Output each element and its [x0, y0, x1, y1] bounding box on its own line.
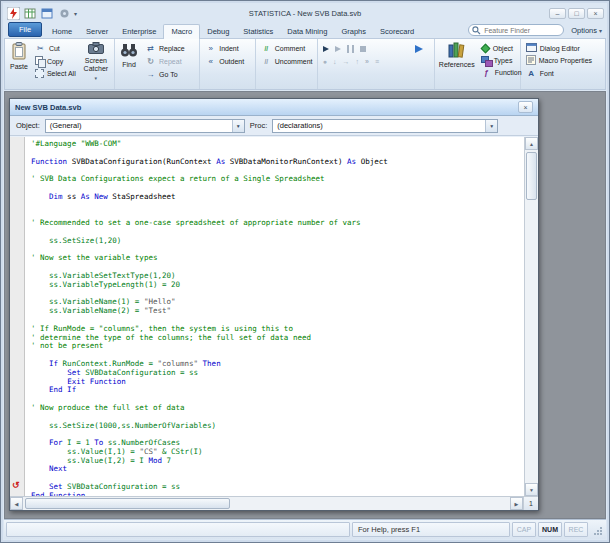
properties-buttons: Dialog Editor Macro Properties A Font: [524, 41, 594, 78]
scroll-left-button[interactable]: ◀: [10, 497, 23, 510]
code-line: ' not be present: [31, 342, 524, 351]
find-replace-small-buttons: ⇄ Replace ↻ Repeat → Go To: [143, 41, 187, 78]
tab-enterprise[interactable]: Enterprise: [115, 25, 163, 38]
debug-controls: ● ↓ → ↑ » ≡: [321, 41, 431, 78]
resize-grip[interactable]: [590, 522, 604, 537]
dialog-editor-icon: [526, 43, 537, 53]
code-line: ' Now produce the full set of data: [31, 404, 524, 413]
mdi-workspace: New SVB Data.svb × Object: (General) ▼ P…: [4, 91, 606, 519]
types-label: Types: [494, 57, 513, 64]
document-close-button[interactable]: ×: [518, 101, 533, 113]
clipboard-small-buttons: ✂ Cut Copy Select All: [33, 41, 78, 78]
quick-watch-button[interactable]: ≡: [375, 58, 379, 66]
horizontal-scroll-thumb[interactable]: [25, 498, 230, 509]
record-position-icon: ↺: [12, 481, 20, 490]
step-over-button[interactable]: →: [343, 58, 350, 66]
function-button[interactable]: ƒ Function: [479, 67, 524, 78]
go-to-button[interactable]: → Go To: [143, 69, 187, 80]
toggle-breakpoint-button[interactable]: ●: [323, 58, 327, 66]
object-icon: [480, 43, 490, 53]
scroll-right-button[interactable]: ▶: [510, 497, 523, 510]
paste-button[interactable]: Paste: [8, 41, 30, 78]
object-combo-arrow-icon[interactable]: ▼: [232, 120, 244, 132]
continue-button[interactable]: [415, 45, 423, 53]
document-toolbar: Object: (General) ▼ Proc: (declarations)…: [10, 116, 538, 136]
qat-customize-arrow-icon[interactable]: ▾: [74, 10, 82, 17]
comment-button[interactable]: // Comment: [259, 43, 315, 54]
breakpoint-gutter[interactable]: ↺: [10, 137, 25, 496]
spreadsheet-icon[interactable]: [23, 6, 37, 20]
document-title-bar[interactable]: New SVB Data.svb ×: [10, 99, 538, 116]
scroll-down-button[interactable]: ▼: [525, 483, 538, 496]
screen-catcher-button[interactable]: Screen Catcher ▾: [81, 41, 111, 78]
horizontal-scroll-track[interactable]: [232, 497, 510, 510]
tab-file[interactable]: File: [8, 22, 42, 37]
tab-server[interactable]: Server: [79, 25, 115, 38]
screen-catcher-label: Screen Catcher: [83, 57, 109, 73]
pause-button[interactable]: [347, 45, 354, 53]
maximize-button[interactable]: □: [568, 8, 585, 19]
tab-row-right: Options ▾: [468, 24, 606, 38]
code-line: ' Recommended to set a one-case spreadsh…: [31, 219, 524, 228]
app-logo-icon[interactable]: [6, 6, 20, 20]
object-combobox[interactable]: (General) ▼: [45, 119, 245, 133]
screen-catcher-icon: [88, 42, 104, 56]
close-button[interactable]: ×: [587, 8, 604, 19]
step-out-button[interactable]: ↑: [356, 58, 360, 66]
tab-scorecard[interactable]: Scorecard: [373, 25, 421, 38]
code-line: Set SVBDataConfiguration = ss: [31, 483, 524, 492]
vertical-scrollbar[interactable]: ▲ ▼: [524, 137, 538, 496]
cut-button[interactable]: ✂ Cut: [33, 43, 78, 54]
dialog-editor-button[interactable]: Dialog Editor: [524, 43, 594, 53]
tab-strip: FileHomeServerEnterpriseMacroDebugStatis…: [4, 22, 421, 38]
quick-access-toolbar: ▾: [4, 6, 82, 20]
tab-debug[interactable]: Debug: [200, 25, 236, 38]
comment-icon: //: [261, 43, 272, 54]
scroll-up-button[interactable]: ▲: [525, 137, 538, 150]
copy-button[interactable]: Copy: [33, 56, 78, 66]
code-editor[interactable]: ↺ '#Language "WWB-COM" Function SVBDataC…: [10, 137, 538, 496]
stop-button[interactable]: [360, 46, 366, 52]
outdent-button[interactable]: « Outdent: [203, 56, 246, 67]
macro-properties-button[interactable]: Macro Properties: [524, 55, 594, 66]
types-button[interactable]: Types: [479, 55, 524, 65]
horizontal-scrollbar[interactable]: ◀ ▶: [10, 496, 523, 510]
step-into-button[interactable]: ↓: [333, 58, 337, 66]
code-line: Function SVBDataConfiguration(RunContext…: [31, 158, 524, 167]
feature-finder-input[interactable]: [468, 24, 564, 36]
object-button[interactable]: Object: [479, 43, 524, 53]
workbook-icon[interactable]: [40, 6, 54, 20]
tab-statistics[interactable]: Statistics: [236, 25, 280, 38]
proc-combobox[interactable]: (declarations) ▼: [272, 119, 498, 133]
replace-button[interactable]: ⇄ Replace: [143, 43, 187, 54]
font-button[interactable]: A Font: [524, 68, 594, 79]
references-button[interactable]: References: [438, 41, 476, 78]
run-macro-button[interactable]: [323, 46, 329, 52]
replace-icon: ⇄: [145, 43, 156, 54]
ribbon-group-clipboard: Paste ✂ Cut Copy Select All: [5, 39, 115, 89]
uncomment-button[interactable]: // Uncomment: [259, 56, 315, 67]
vertical-scroll-thumb[interactable]: [526, 152, 537, 200]
proc-combo-arrow-icon[interactable]: ▼: [485, 120, 497, 132]
options-button[interactable]: Options ▾: [571, 26, 602, 35]
find-button[interactable]: Find: [118, 41, 140, 78]
screen-catcher-dropdown-icon: ▾: [95, 74, 98, 82]
pane-indicator-button[interactable]: 1: [523, 496, 538, 510]
indent-button[interactable]: » Indent: [203, 43, 246, 54]
font-label: Font: [540, 70, 554, 77]
run-selection-button[interactable]: [335, 46, 341, 52]
tab-data-mining[interactable]: Data Mining: [280, 25, 334, 38]
tab-home[interactable]: Home: [45, 25, 79, 38]
macro-icon[interactable]: [57, 6, 71, 20]
code-line: Dim ss As New StaSpreadsheet: [31, 193, 524, 202]
select-all-button[interactable]: Select All: [33, 68, 78, 78]
tab-graphs[interactable]: Graphs: [334, 25, 373, 38]
code-content[interactable]: '#Language "WWB-COM" Function SVBDataCon…: [25, 137, 524, 496]
repeat-button[interactable]: ↻ Repeat: [143, 56, 187, 67]
tab-macro[interactable]: Macro: [163, 24, 200, 39]
title-bar: ▾ STATISTICA - New SVB Data.svb – □ ×: [4, 3, 606, 23]
object-label: Object: [493, 45, 513, 52]
minimize-button[interactable]: –: [549, 8, 566, 19]
run-to-cursor-button[interactable]: »: [365, 58, 369, 66]
debug-row-2: ● ↓ → ↑ » ≡: [323, 58, 429, 66]
